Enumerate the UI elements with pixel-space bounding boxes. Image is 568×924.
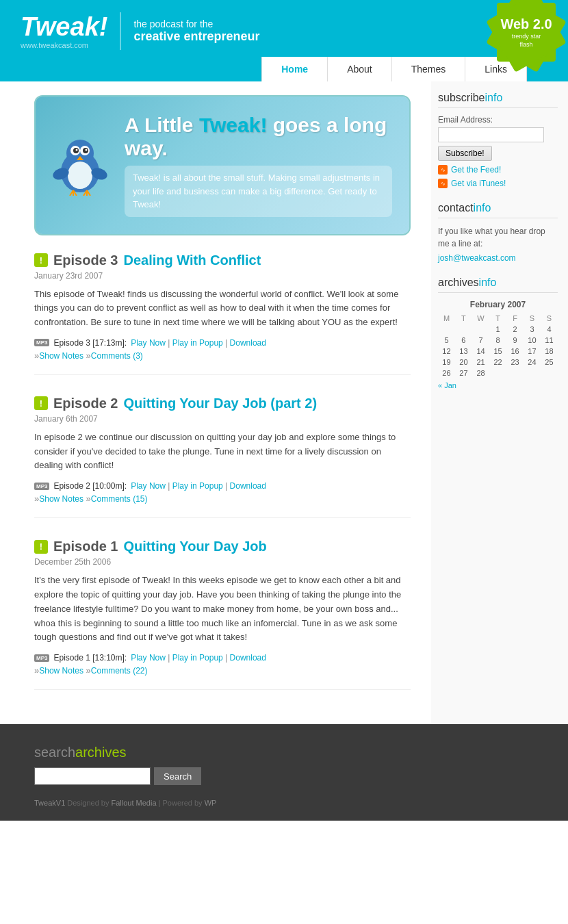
hero-title-pre: A Little: [125, 114, 199, 136]
cal-th-f: F: [506, 313, 524, 324]
web20-badge: Web 2.0 trendy star flash: [497, 3, 556, 62]
footer-search-row: Search: [34, 767, 534, 785]
archives-section: archivesinfo February 2007 M T W T F S S: [438, 277, 558, 389]
logo-tagline-bottom: creative entrepreneur: [133, 29, 259, 44]
hero-text: A Little Tweak! goes a long way. Tweak! …: [125, 114, 392, 217]
tweakv1-link[interactable]: TweakV1: [34, 799, 65, 807]
main-nav: Home About Themes Links: [21, 57, 547, 81]
ep1-player: MP3 Episode 1 [13:10m]: Play Now | Play …: [34, 653, 411, 663]
itunes-link: ∿ Get via iTunes!: [438, 179, 558, 188]
ep1-play-popup[interactable]: Play in Popup: [172, 653, 223, 663]
contact-text: If you like what you hear drop me a line…: [438, 225, 558, 250]
header: Tweak! www.tweakcast.com the podcast for…: [0, 0, 568, 81]
ep1-episode-label: Episode 1 [13:10m]:: [53, 653, 127, 663]
calendar-body: 1 2 3 4 5 6 7 8 9 10 11: [438, 324, 558, 378]
contact-section: contactinfo If you like what you hear dr…: [438, 202, 558, 263]
hero-description: Tweak! is all about the small stuff. Mak…: [125, 166, 392, 217]
ep2-body: In episode 2 we continue our discussion …: [34, 431, 411, 473]
ep2-play-now[interactable]: Play Now: [131, 481, 166, 491]
subscribe-section: subscribeinfo Email Address: Subscribe! …: [438, 92, 558, 188]
logo-area: Tweak! www.tweakcast.com the podcast for…: [21, 12, 547, 50]
rss-feed-anchor[interactable]: Get the Feed!: [451, 165, 501, 175]
badge-sub1: trendy star: [500, 33, 552, 41]
subscribe-button[interactable]: Subscribe!: [438, 146, 492, 161]
sidebar: subscribeinfo Email Address: Subscribe! …: [431, 81, 568, 724]
footer-search-button[interactable]: Search: [154, 767, 201, 785]
cal-th-s2: S: [541, 313, 558, 324]
main-content: A Little Tweak! goes a long way. Tweak! …: [0, 81, 431, 724]
ep3-comments[interactable]: Comments (3): [91, 351, 143, 361]
nav-home[interactable]: Home: [261, 57, 328, 81]
bird-mascot: [49, 134, 111, 196]
ep1-download[interactable]: Download: [230, 653, 266, 663]
ep2-icon: !: [34, 396, 48, 410]
cal-th-w: W: [472, 313, 489, 324]
logo[interactable]: Tweak! www.tweakcast.com: [21, 14, 107, 49]
ep2-date: January 6th 2007: [34, 414, 411, 424]
email-input[interactable]: [438, 127, 544, 142]
ep1-title-row: ! Episode 1 Quitting Your Day Job: [34, 539, 411, 554]
cal-th-s1: S: [524, 313, 541, 324]
rss-itunes-icon: ∿: [438, 179, 448, 188]
ep2-player: MP3 Episode 2 [10:00m]: Play Now | Play …: [34, 481, 411, 491]
ep2-title-row: ! Episode 2 Quitting Your Day Job (part …: [34, 396, 411, 411]
ep1-controls: Play Now | Play in Popup | Download: [131, 653, 266, 663]
svg-point-8: [86, 149, 88, 151]
logo-url: www.tweakcast.com: [21, 41, 107, 49]
logo-tagline-top: the podcast for the: [133, 18, 259, 29]
ep1-date: December 25th 2006: [34, 557, 411, 567]
ep3-show-notes[interactable]: Show Notes: [39, 351, 83, 361]
badge-sub2: flash: [500, 41, 552, 49]
ep2-number: Episode 2: [53, 396, 118, 411]
ep1-comments[interactable]: Comments (22): [91, 666, 148, 676]
ep3-links: »Show Notes »Comments (3): [34, 350, 411, 361]
ep2-comments[interactable]: Comments (15): [91, 494, 148, 504]
ep3-date: January 23rd 2007: [34, 271, 411, 281]
ep2-episode-label: Episode 2 [10:00m]:: [53, 481, 127, 491]
hero-title-brand: Tweak!: [199, 114, 267, 136]
footer: searcharchives Search TweakV1 Designed b…: [0, 724, 568, 821]
ep2-show-notes[interactable]: Show Notes: [39, 494, 83, 504]
svg-point-2: [68, 162, 92, 189]
contact-title: contactinfo: [438, 202, 558, 218]
ep2-download[interactable]: Download: [230, 481, 266, 491]
rss-feed-link: ∿ Get the Feed!: [438, 165, 558, 175]
footer-search-input[interactable]: [34, 767, 151, 785]
ep3-episode-label: Episode 3 [17:13m]:: [53, 338, 127, 348]
ep1-play-now[interactable]: Play Now: [131, 653, 166, 663]
email-label: Email Address:: [438, 115, 558, 125]
wp-link[interactable]: WP: [205, 799, 217, 807]
footer-search-title: searcharchives: [34, 745, 534, 760]
ep2-play-popup[interactable]: Play in Popup: [172, 481, 223, 491]
ep2-title-link[interactable]: Quitting Your Day Job (part 2): [123, 396, 317, 411]
itunes-anchor[interactable]: Get via iTunes!: [451, 179, 506, 188]
nav-about[interactable]: About: [328, 57, 392, 81]
contact-email[interactable]: josh@tweakcast.com: [438, 253, 516, 263]
episode-3: ! Episode 3 Dealing With Conflict Januar…: [34, 253, 411, 375]
logo-tagline: the podcast for the creative entrepreneu…: [133, 18, 259, 44]
ep3-title-row: ! Episode 3 Dealing With Conflict: [34, 253, 411, 268]
ep3-title-link[interactable]: Dealing With Conflict: [123, 253, 261, 268]
ep3-body: This episode of Tweak! finds us discussi…: [34, 287, 411, 330]
ep3-play-now[interactable]: Play Now: [131, 338, 166, 348]
ep3-play-popup[interactable]: Play in Popup: [172, 338, 223, 348]
ep2-controls: Play Now | Play in Popup | Download: [131, 481, 266, 491]
ep2-links: »Show Notes »Comments (15): [34, 493, 411, 504]
rss-feed-icon: ∿: [438, 165, 448, 175]
ep1-title-link[interactable]: Quitting Your Day Job: [123, 539, 266, 554]
archives-title: archivesinfo: [438, 277, 558, 293]
nav-themes[interactable]: Themes: [392, 57, 466, 81]
calendar-month: February 2007: [438, 300, 558, 309]
content-wrap: A Little Tweak! goes a long way. Tweak! …: [0, 81, 568, 724]
ep3-download[interactable]: Download: [230, 338, 266, 348]
ep1-mp3-badge: MP3: [34, 654, 49, 662]
episode-1: ! Episode 1 Quitting Your Day Job Decemb…: [34, 539, 411, 690]
prev-month-link[interactable]: « Jan: [438, 381, 456, 389]
ep3-number: Episode 3: [53, 253, 118, 268]
fallout-media-link[interactable]: Fallout Media: [112, 799, 157, 807]
subscribe-title: subscribeinfo: [438, 92, 558, 108]
calendar-table: M T W T F S S 1 2: [438, 313, 558, 378]
hero-title: A Little Tweak! goes a long way.: [125, 114, 392, 160]
ep1-show-notes[interactable]: Show Notes: [39, 666, 83, 676]
ep1-body: It's the very first episode of Tweak! In…: [34, 574, 411, 645]
